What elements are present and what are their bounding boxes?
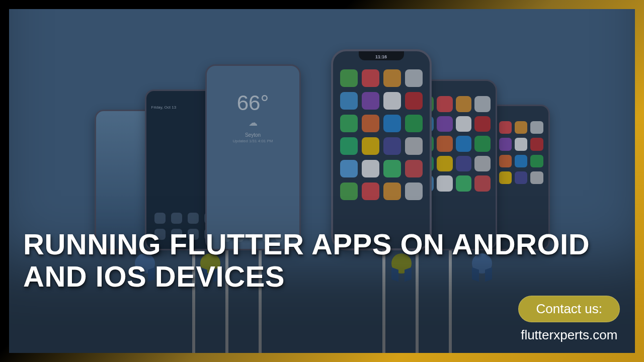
weather-temperature: 66°	[237, 91, 269, 115]
ios-app-icon	[405, 92, 423, 110]
ios-app-icon	[530, 121, 543, 134]
ios-app-icon	[383, 69, 401, 87]
ios-app-icon	[340, 160, 358, 177]
ios-app-icon	[474, 136, 491, 152]
ios-app-icon	[437, 116, 453, 132]
ios-app-icon	[499, 155, 512, 167]
ios-app-icon	[362, 115, 379, 132]
ios-app-icon	[474, 175, 491, 192]
android-phone-group: Friday, Oct 13 66° ☁︎ Seyton Updated 1/3…	[95, 29, 281, 250]
ios-phone-group: 11:16	[351, 29, 550, 250]
ios-app-icon	[340, 115, 358, 132]
ios-app-icon	[362, 69, 379, 87]
ios-app-icon	[437, 96, 453, 112]
ios-app-icon	[383, 137, 401, 155]
ios-app-icon	[515, 171, 527, 184]
ios-app-icon	[437, 175, 453, 192]
ios-app-grid-large	[340, 69, 423, 200]
ios-app-icon	[530, 138, 543, 150]
ios-app-icon	[515, 155, 527, 167]
ios-app-icon	[456, 136, 472, 152]
contact-us-button[interactable]: Contact us:	[518, 296, 620, 322]
hero-canvas: Friday, Oct 13 66° ☁︎ Seyton Updated 1/3…	[9, 9, 635, 353]
ios-app-icon	[383, 115, 401, 132]
ios-app-icon	[405, 115, 423, 132]
hero-headline: Running Flutter Apps on Android and iOS …	[23, 228, 621, 293]
ios-app-icon	[340, 137, 358, 155]
ios-app-icon	[474, 96, 491, 112]
ios-app-icon	[499, 121, 512, 134]
ios-app-icon	[383, 92, 401, 110]
weather-updated: Updated 1/31 4:01 PM	[232, 139, 273, 143]
website-url-text[interactable]: flutterxperts.com	[518, 327, 620, 343]
ios-app-icon	[474, 116, 491, 132]
android-phone-front: 66° ☁︎ Seyton Updated 1/31 4:01 PM	[205, 64, 301, 250]
ios-app-icon	[474, 156, 491, 172]
ios-app-icon	[362, 160, 379, 177]
phones-illustration: Friday, Oct 13 66° ☁︎ Seyton Updated 1/3…	[9, 29, 635, 250]
cta-block: Contact us: flutterxperts.com	[518, 296, 620, 343]
ios-app-icon	[456, 96, 472, 112]
ios-app-icon	[456, 116, 472, 132]
weather-cloud-icon: ☁︎	[249, 117, 258, 128]
ios-app-icon	[456, 175, 472, 192]
ios-app-icon	[362, 183, 379, 200]
weather-city: Seyton	[245, 132, 261, 138]
ios-app-icon	[405, 183, 423, 200]
ios-status-time: 11:16	[333, 54, 430, 59]
ios-app-icon	[340, 92, 358, 110]
ios-app-icon	[456, 156, 472, 172]
ios-app-icon	[437, 136, 453, 152]
ios-app-icon	[340, 69, 358, 87]
android-status-date: Friday, Oct 13	[151, 105, 177, 110]
ios-app-icon	[515, 138, 527, 150]
ios-app-icon	[405, 69, 423, 87]
ios-app-icon	[405, 160, 423, 177]
ios-app-icon	[383, 183, 401, 200]
ios-app-icon	[499, 138, 512, 150]
iphone-front: 11:16	[331, 49, 432, 250]
ios-app-icon	[437, 156, 453, 172]
hero-banner-frame: Friday, Oct 13 66° ☁︎ Seyton Updated 1/3…	[0, 0, 644, 362]
ios-app-icon	[530, 155, 543, 167]
ios-app-icon	[340, 183, 358, 200]
ios-app-icon	[362, 92, 379, 110]
ios-app-icon	[499, 171, 512, 184]
ios-app-icon	[515, 121, 527, 134]
ios-app-icon	[362, 137, 379, 155]
ios-app-icon	[530, 171, 543, 184]
ios-app-icon	[383, 160, 401, 177]
ios-app-icon	[405, 137, 423, 155]
